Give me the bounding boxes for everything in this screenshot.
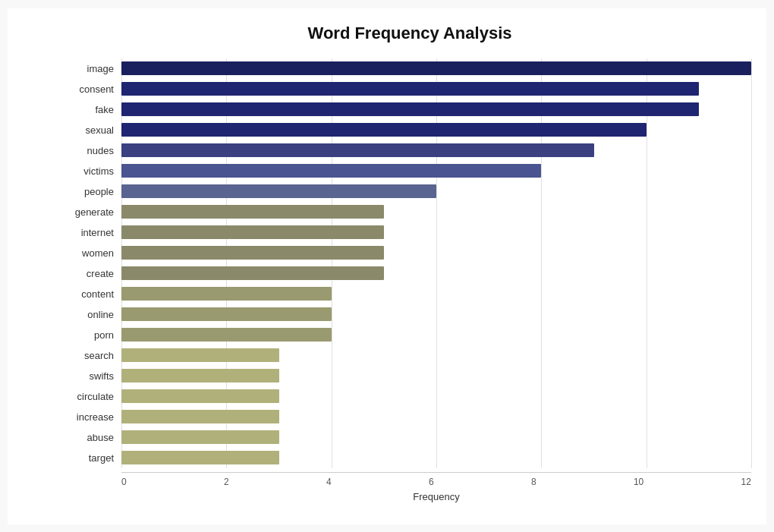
bar [121, 328, 332, 342]
bar [121, 246, 384, 260]
y-label: nudes [68, 140, 114, 161]
bar [121, 123, 647, 137]
bar-row [121, 162, 751, 179]
y-label: victims [68, 161, 114, 181]
bar-row [121, 101, 751, 118]
bar-row [121, 80, 751, 97]
bar-row [121, 224, 751, 241]
bar-row [121, 347, 751, 364]
y-axis: imageconsentfakesexualnudesvictimspeople… [68, 58, 121, 468]
bar [121, 61, 751, 75]
bar [121, 430, 279, 444]
grid-lines [121, 58, 751, 468]
bar-row [121, 367, 751, 384]
y-label: swifts [68, 366, 114, 386]
x-tick: 8 [531, 477, 536, 487]
y-label: internet [68, 222, 114, 243]
grid-line [647, 58, 647, 468]
y-label: fake [68, 99, 114, 120]
bar [121, 82, 699, 96]
y-label: online [68, 304, 114, 325]
grid-line [121, 58, 122, 468]
bar [121, 205, 384, 219]
bar [121, 369, 279, 382]
chart-container: Word Frequency Analysis imageconsentfake… [8, 8, 766, 524]
bars-and-grid: 024681012 Frequency [121, 58, 751, 468]
x-axis-label: Frequency [121, 491, 751, 502]
y-label: people [68, 181, 114, 202]
bar [121, 143, 594, 157]
y-label: sexual [68, 120, 114, 140]
y-label: create [68, 263, 114, 284]
x-tick: 6 [429, 477, 434, 487]
bar [121, 266, 384, 280]
bar-row [121, 429, 751, 445]
x-tick: 12 [741, 477, 751, 487]
bar-row [121, 203, 751, 220]
bar [121, 102, 699, 116]
y-label: content [68, 284, 114, 304]
bar [121, 164, 541, 178]
bar [121, 451, 279, 464]
grid-line [332, 58, 332, 468]
bar [121, 348, 279, 362]
bar [121, 287, 332, 301]
bar-row [121, 183, 751, 200]
grid-line [541, 58, 542, 468]
grid-line [751, 58, 752, 468]
y-label: image [68, 58, 114, 79]
y-label: porn [68, 325, 114, 345]
y-label: women [68, 243, 114, 263]
bar-row [121, 306, 751, 323]
x-ticks: 024681012 [121, 473, 751, 487]
bar-row [121, 388, 751, 405]
bar-row [121, 60, 751, 77]
bar [121, 389, 279, 403]
grid-line [436, 58, 437, 468]
chart-title: Word Frequency Analysis [68, 24, 751, 43]
x-tick: 2 [224, 477, 229, 487]
bar-row [121, 408, 751, 425]
y-label: target [68, 448, 114, 468]
bar [121, 225, 384, 239]
bar-row [121, 121, 751, 138]
bar-row [121, 142, 751, 159]
bar-row [121, 265, 751, 282]
bar-row [121, 449, 751, 466]
bar-row [121, 326, 751, 343]
bar [121, 410, 279, 423]
x-tick: 4 [326, 477, 332, 487]
x-tick: 0 [121, 477, 127, 487]
bar-row [121, 244, 751, 261]
y-label: circulate [68, 386, 114, 407]
x-tick: 10 [634, 477, 643, 487]
y-label: abuse [68, 427, 114, 448]
x-axis: 024681012 Frequency [121, 472, 751, 502]
y-label: consent [68, 79, 114, 99]
y-label: increase [68, 407, 114, 427]
bar [121, 307, 332, 321]
grid-line [226, 58, 227, 468]
chart-area: imageconsentfakesexualnudesvictimspeople… [68, 58, 751, 468]
bar [121, 184, 436, 198]
y-label: generate [68, 202, 114, 222]
bar-row [121, 285, 751, 302]
y-label: search [68, 345, 114, 366]
